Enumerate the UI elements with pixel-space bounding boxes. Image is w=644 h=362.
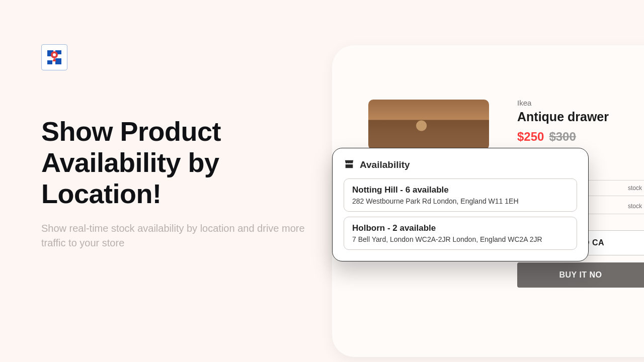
product-brand: Ikea	[517, 99, 531, 107]
location-item[interactable]: Notting Hill - 6 available 282 Westbourn…	[344, 178, 577, 212]
buy-now-button[interactable]: BUY IT NO	[517, 262, 644, 288]
svg-point-2	[53, 53, 56, 56]
hero-title: Show Product Availability by Location!	[41, 116, 313, 209]
app-logo	[41, 44, 67, 70]
availability-card: Availability Notting Hill - 6 available …	[332, 148, 589, 261]
availability-title: Availability	[360, 159, 410, 170]
price-row: $250$300	[517, 130, 576, 144]
location-address: 282 Westbourne Park Rd London, England W…	[352, 197, 569, 205]
price-sale: $250	[517, 130, 544, 143]
product-image	[368, 100, 489, 150]
location-address: 7 Bell Yard, London WC2A-2JR London, Eng…	[352, 235, 569, 243]
map-pin-icon	[44, 47, 64, 67]
location-name: Holborn - 2 available	[352, 223, 569, 233]
location-item[interactable]: Holborn - 2 available 7 Bell Yard, Londo…	[344, 217, 577, 250]
store-icon	[344, 158, 355, 171]
hero-subtitle: Show real-time stock availability by loc…	[41, 221, 308, 250]
location-name: Notting Hill - 6 available	[352, 185, 569, 195]
price-original: $300	[549, 130, 576, 143]
product-title: Antique drawer	[517, 110, 609, 124]
stock-badge: stock	[628, 185, 642, 192]
stock-badge: stock	[628, 203, 642, 210]
